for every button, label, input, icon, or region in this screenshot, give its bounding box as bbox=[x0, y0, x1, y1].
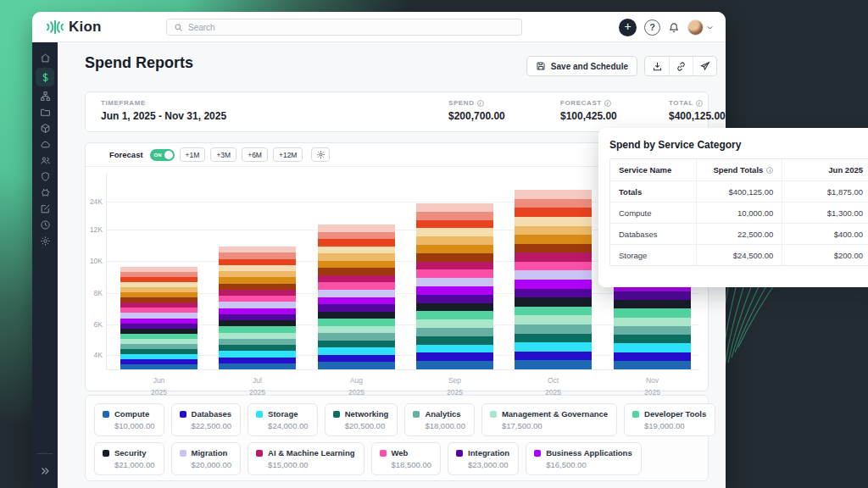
bar-segment[interactable] bbox=[219, 284, 296, 290]
sidebar-item-settings[interactable] bbox=[36, 233, 54, 249]
legend-chip[interactable]: Storage$24,000.00 bbox=[248, 403, 318, 436]
help-button[interactable]: ? bbox=[644, 19, 660, 36]
search-input[interactable]: Search bbox=[166, 19, 522, 36]
legend-chip[interactable]: Web$18,500.00 bbox=[371, 442, 442, 475]
bar-segment[interactable] bbox=[219, 302, 296, 308]
stacked-bar-jun[interactable] bbox=[120, 267, 198, 369]
notifications-bell-icon[interactable] bbox=[668, 21, 680, 34]
bar-segment[interactable] bbox=[219, 333, 296, 339]
legend-chip[interactable]: AI & Machine Learning$15,000.00 bbox=[248, 442, 364, 475]
bar-segment[interactable] bbox=[219, 308, 296, 314]
sidebar-item-savings[interactable] bbox=[36, 185, 54, 201]
bar-segment[interactable] bbox=[614, 352, 691, 361]
bar-segment[interactable] bbox=[515, 297, 592, 307]
bar-segment[interactable] bbox=[318, 312, 395, 319]
stacked-bar-oct[interactable] bbox=[515, 190, 592, 369]
bar-segment[interactable] bbox=[318, 268, 395, 275]
legend-chip[interactable]: Business Applications$16,500.00 bbox=[526, 442, 642, 475]
info-icon[interactable]: i bbox=[477, 100, 484, 107]
bar-segment[interactable] bbox=[515, 280, 592, 289]
bar-segment[interactable] bbox=[219, 252, 296, 258]
bar-segment[interactable] bbox=[416, 245, 493, 253]
bar-segment[interactable] bbox=[318, 247, 395, 254]
bar-segment[interactable] bbox=[416, 319, 493, 328]
bar-segment[interactable] bbox=[515, 244, 592, 253]
bar-segment[interactable] bbox=[318, 253, 395, 261]
bar-segment[interactable] bbox=[515, 208, 592, 217]
bar-segment[interactable] bbox=[219, 265, 296, 271]
bar-segment[interactable] bbox=[318, 297, 395, 305]
bar-segment[interactable] bbox=[614, 318, 691, 326]
bar-segment[interactable] bbox=[318, 362, 395, 369]
legend-chip[interactable]: Compute$10,000.00 bbox=[94, 403, 164, 436]
bar-segment[interactable] bbox=[515, 217, 592, 226]
bar-segment[interactable] bbox=[515, 324, 592, 334]
bar-segment[interactable] bbox=[416, 278, 493, 286]
sidebar-item-org-chart[interactable] bbox=[36, 88, 54, 104]
info-icon[interactable]: i bbox=[696, 100, 703, 107]
bar-segment[interactable] bbox=[614, 300, 691, 308]
bar-segment[interactable] bbox=[318, 261, 395, 269]
bar-segment[interactable] bbox=[515, 226, 592, 236]
bar-segment[interactable] bbox=[416, 328, 493, 336]
user-menu[interactable] bbox=[687, 19, 714, 36]
sidebar-item-projects[interactable] bbox=[36, 104, 54, 120]
bar-segment[interactable] bbox=[515, 360, 592, 369]
bar-segment[interactable] bbox=[416, 311, 493, 319]
range-button-12m[interactable]: +12M bbox=[273, 147, 303, 162]
sidebar-expand-button[interactable] bbox=[40, 464, 50, 480]
bar-segment[interactable] bbox=[515, 334, 592, 343]
bar-segment[interactable] bbox=[219, 358, 296, 363]
bar-segment[interactable] bbox=[318, 275, 395, 283]
bar-segment[interactable] bbox=[318, 333, 395, 341]
bar-segment[interactable] bbox=[614, 291, 691, 300]
bar-segment[interactable] bbox=[614, 343, 691, 352]
range-button-6m[interactable]: +6M bbox=[242, 147, 268, 162]
bar-segment[interactable] bbox=[120, 364, 198, 369]
bar-segment[interactable] bbox=[416, 203, 493, 212]
bar-segment[interactable] bbox=[416, 262, 493, 270]
bar-segment[interactable] bbox=[416, 220, 493, 229]
bar-segment[interactable] bbox=[614, 335, 691, 343]
bar-segment[interactable] bbox=[219, 247, 296, 252]
range-button-1m[interactable]: +1M bbox=[180, 147, 206, 162]
bar-segment[interactable] bbox=[219, 259, 296, 265]
bar-segment[interactable] bbox=[318, 319, 395, 326]
bar-segment[interactable] bbox=[318, 239, 395, 247]
bar-segment[interactable] bbox=[219, 314, 296, 320]
save-and-schedule-button[interactable]: Save and Schedule bbox=[526, 56, 637, 76]
sidebar-item-home[interactable] bbox=[36, 50, 54, 66]
send-button[interactable] bbox=[693, 57, 716, 75]
bar-segment[interactable] bbox=[515, 352, 592, 361]
legend-chip[interactable]: Management & Governance$17,500.00 bbox=[481, 403, 617, 436]
chart-settings-button[interactable] bbox=[311, 147, 330, 162]
bar-segment[interactable] bbox=[416, 303, 493, 312]
legend-chip[interactable]: Migration$20,000.00 bbox=[171, 442, 242, 475]
legend-chip[interactable]: Security$21,000.00 bbox=[94, 442, 164, 475]
download-button[interactable] bbox=[645, 57, 669, 75]
bar-segment[interactable] bbox=[416, 212, 493, 220]
sidebar-item-financials[interactable] bbox=[36, 68, 54, 86]
range-button-3m[interactable]: +3M bbox=[210, 147, 236, 162]
bar-segment[interactable] bbox=[416, 336, 493, 345]
bar-segment[interactable] bbox=[416, 361, 493, 369]
bar-segment[interactable] bbox=[318, 290, 395, 297]
bar-segment[interactable] bbox=[318, 355, 395, 363]
bar-segment[interactable] bbox=[416, 236, 493, 245]
bar-segment[interactable] bbox=[318, 304, 395, 312]
bar-segment[interactable] bbox=[515, 235, 592, 244]
bar-segment[interactable] bbox=[416, 345, 493, 353]
bar-segment[interactable] bbox=[219, 363, 296, 369]
bar-segment[interactable] bbox=[416, 228, 493, 236]
bar-segment[interactable] bbox=[219, 320, 296, 326]
sidebar-item-cloud-resources[interactable] bbox=[36, 120, 54, 136]
bar-segment[interactable] bbox=[219, 277, 296, 283]
bar-segment[interactable] bbox=[515, 342, 592, 352]
bar-segment[interactable] bbox=[318, 341, 395, 348]
add-button[interactable]: + bbox=[619, 19, 637, 36]
stacked-bar-sep[interactable] bbox=[416, 203, 493, 369]
bar-segment[interactable] bbox=[318, 282, 395, 290]
bar-segment[interactable] bbox=[219, 290, 296, 296]
bar-segment[interactable] bbox=[614, 326, 691, 335]
sidebar-item-cloud-rules[interactable] bbox=[36, 136, 54, 152]
